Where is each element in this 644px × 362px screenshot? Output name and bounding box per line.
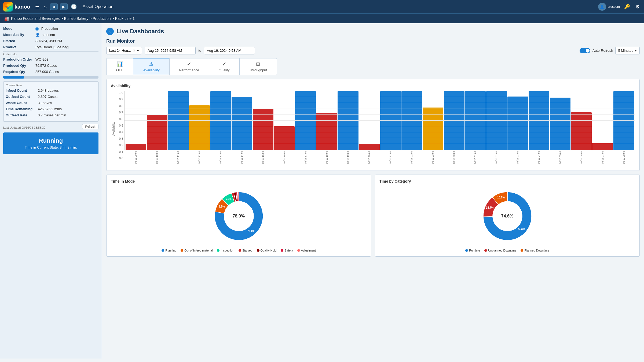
x-label-4: 08/15 13:00 bbox=[210, 150, 231, 165]
inspection-dot bbox=[217, 249, 219, 252]
time-by-category-chart: Time by Category 74.6%14.7%10.7% 74.6% R… bbox=[375, 175, 640, 257]
svg-text:78.0%: 78.0% bbox=[247, 230, 255, 232]
refresh-button[interactable]: Refresh bbox=[82, 124, 98, 129]
current-run-section: Current Run Infeed Count 2,943 Loaves Ou… bbox=[3, 81, 98, 122]
nav-icons: ☰ ⌂ ◀ ▶ 🕐 bbox=[34, 3, 78, 11]
quality-hold-dot bbox=[257, 249, 259, 252]
progress-bar-fill bbox=[3, 76, 24, 79]
time-remaining-value: 426,675.2 mins bbox=[38, 107, 62, 111]
date-to-input[interactable] bbox=[204, 47, 255, 54]
svg-text:10.7%: 10.7% bbox=[497, 196, 504, 199]
x-label-21: 08/16 06:00 bbox=[571, 150, 592, 165]
right-content: ‹ Live Dashboards Run Monitor Last 24 Ho… bbox=[102, 23, 644, 359]
mode-set-by-row: Mode Set By 👤 srussem bbox=[3, 33, 98, 37]
outfeed-rate-row: Outfeed Rate 0.7 Cases per min bbox=[6, 113, 96, 117]
auto-refresh-switch[interactable] bbox=[580, 48, 590, 53]
login-button[interactable]: 🔑 bbox=[623, 3, 631, 11]
grid-line-8 bbox=[125, 138, 635, 138]
last-updated: Last Updated 08/16/24 13:58:39 bbox=[3, 126, 45, 129]
auto-refresh-toggle: Auto-Refresh 5 Minutes ▾ bbox=[580, 47, 640, 54]
tab-oee-label: OEE bbox=[116, 68, 123, 72]
left-panel: Mode Production Mode Set By 👤 srussem St… bbox=[0, 23, 102, 359]
breadcrumb-production[interactable]: Production bbox=[93, 16, 111, 21]
running-status: Running bbox=[8, 137, 94, 144]
bar-17 bbox=[486, 91, 507, 150]
user-info: 👤 srussem bbox=[598, 3, 620, 11]
grid-line-4 bbox=[125, 114, 635, 115]
out-of-infeed-dot bbox=[181, 249, 183, 252]
outfeed-rate-label: Outfeed Rate bbox=[6, 113, 38, 117]
x-label-6: 08/15 15:00 bbox=[253, 150, 273, 165]
x-labels: 08/15 09:0008/15 10:0008/15 11:0008/15 1… bbox=[124, 150, 635, 166]
grid-line-6 bbox=[125, 126, 635, 126]
refresh-interval-select[interactable]: 5 Minutes ▾ bbox=[615, 47, 640, 54]
time-remaining-row: Time Remaining 426,675.2 mins bbox=[6, 107, 96, 111]
order-info-header: Order Info bbox=[3, 51, 98, 56]
bar-10 bbox=[338, 91, 358, 150]
starved-label: Starved bbox=[242, 249, 253, 252]
outfeed-rate-value: 0.7 Cases per min bbox=[38, 113, 66, 117]
time-in-mode-chart: Time in Mode 78.0%9.8%7.3% 78.0% Running bbox=[106, 175, 371, 257]
x-label-13: 08/15 22:00 bbox=[401, 150, 422, 165]
chevron-down-icon: ▾ bbox=[137, 49, 139, 53]
starved-dot bbox=[239, 249, 241, 252]
safety-label: Safety bbox=[284, 249, 293, 252]
time-in-mode-center-label: 78.0% bbox=[233, 214, 245, 219]
running-duration: Time in Current State: 3 hr. 9 min. bbox=[8, 145, 94, 149]
x-label-9: 08/15 18:00 bbox=[316, 150, 337, 165]
inspection-label: Inspection bbox=[221, 249, 234, 252]
tab-quality-label: Quality bbox=[219, 68, 229, 72]
date-from-input[interactable] bbox=[145, 47, 196, 54]
bar-12 bbox=[380, 91, 401, 150]
outfeed-count-label: Outfeed Count bbox=[6, 95, 38, 99]
history-button[interactable]: 🕐 bbox=[70, 3, 78, 11]
home-button[interactable]: ⌂ bbox=[43, 3, 48, 11]
planned-downtime-dot bbox=[521, 249, 523, 252]
date-range-select[interactable]: Last 24 Hou... ✕ ▾ bbox=[106, 47, 142, 54]
back-button[interactable]: ‹ bbox=[106, 28, 114, 35]
svg-point-0 bbox=[5, 6, 8, 8]
settings-button[interactable]: ⚙ bbox=[634, 3, 641, 11]
x-label-19: 08/16 04:00 bbox=[528, 150, 549, 165]
svg-text:74.6%: 74.6% bbox=[517, 228, 525, 231]
chevron-down-icon2: ▾ bbox=[635, 49, 637, 53]
x-label-20: 08/16 05:00 bbox=[550, 150, 570, 165]
legend-running: Running bbox=[162, 249, 176, 252]
logo-icon bbox=[3, 2, 13, 12]
time-remaining-label: Time Remaining bbox=[6, 107, 38, 111]
back-arrow-button[interactable]: ◀ bbox=[50, 3, 58, 10]
breadcrumb-sep1: > bbox=[61, 16, 63, 21]
bar-9 bbox=[316, 113, 337, 150]
menu-button[interactable]: ☰ bbox=[34, 3, 41, 11]
collapse-panel-button[interactable]: › bbox=[102, 186, 102, 196]
grid-line-7 bbox=[125, 132, 635, 132]
tab-availability[interactable]: ⚠ Availability bbox=[133, 58, 169, 75]
breadcrumb-location[interactable]: Buffalo Bakery bbox=[64, 16, 89, 21]
tab-throughput[interactable]: ⊞ Throughput bbox=[239, 58, 277, 75]
breadcrumb-line[interactable]: Pack Line 1 bbox=[115, 16, 135, 21]
mode-value: Production bbox=[35, 27, 58, 31]
quality-hold-label: Quality Hold bbox=[261, 249, 277, 252]
x-label-15: 08/16 00:00 bbox=[444, 150, 464, 165]
forward-arrow-button[interactable]: ▶ bbox=[60, 3, 68, 10]
tab-oee[interactable]: 📊 OEE bbox=[106, 58, 133, 75]
breadcrumb-company[interactable]: Kanoo Foods and Beverages bbox=[11, 16, 60, 21]
x-label-22: 08/16 07:00 bbox=[592, 150, 613, 165]
running-banner: Running Time in Current State: 3 hr. 9 m… bbox=[3, 132, 98, 154]
oee-icon: 📊 bbox=[117, 61, 123, 67]
dashboard-header: ‹ Live Dashboards bbox=[106, 28, 640, 35]
bar-5 bbox=[232, 97, 252, 150]
x-label-7: 08/15 16:00 bbox=[274, 150, 295, 165]
clear-range-icon[interactable]: ✕ bbox=[133, 49, 136, 53]
started-value: 8/13/24, 3:09 PM bbox=[35, 39, 62, 43]
user-icon: 👤 bbox=[35, 33, 40, 37]
time-in-mode-title: Time in Mode bbox=[111, 179, 367, 183]
legend-runtime: Runtime bbox=[465, 249, 480, 252]
bar-7 bbox=[274, 126, 295, 150]
time-in-mode-legend: Running Out of infeed material Inspectio… bbox=[162, 249, 316, 252]
tab-performance[interactable]: ✔ Performance bbox=[169, 58, 209, 75]
runtime-label: Runtime bbox=[469, 249, 480, 252]
tab-quality[interactable]: ✔ Quality bbox=[209, 58, 239, 75]
date-range-label: Last 24 Hou... bbox=[109, 49, 131, 53]
outfeed-count-row: Outfeed Count 2,607 Cases bbox=[6, 95, 96, 99]
